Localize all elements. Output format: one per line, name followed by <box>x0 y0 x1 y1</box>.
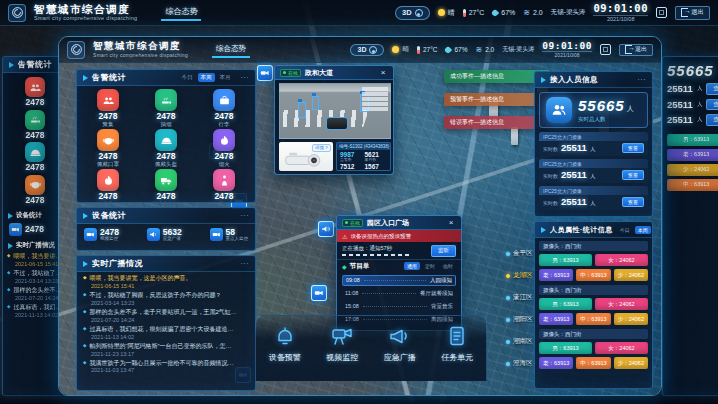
bg-region-row: 25511人 查看 <box>667 99 718 111</box>
view-button[interactable]: 查看 <box>706 83 718 95</box>
attr-tag: 中：63913 <box>667 179 718 191</box>
weather-temperature: 27°C <box>417 46 438 54</box>
alarm-tile[interactable]: 2478 佩戴头盔 <box>137 129 195 167</box>
panel-menu-icon[interactable]: ··· <box>241 212 250 219</box>
close-icon[interactable]: × <box>378 69 388 77</box>
alarm-tile[interactable]: 2478 抽烟 <box>137 89 195 127</box>
broadcast-item[interactable]: 喂喂，我当要讲宽，这是小区的声音。2021-06-15 15:41 <box>83 275 249 290</box>
gyro-icon <box>369 46 377 54</box>
broadcast-item[interactable]: 不过，我站稳了脚跟，反思这孩子办不办的问题？ 2021-03-14 13:23 <box>7 270 63 285</box>
broadcast-item[interactable]: 帕列斯特里的“阿尼玛格斯”一台自己变形的乐队，怎…2021-11-23 13:1… <box>83 343 249 358</box>
video-feed[interactable] <box>279 83 391 139</box>
device-stat-broadcast[interactable]: 5632应急广播 <box>147 228 182 242</box>
camera-device-card: 详情 > <box>279 142 333 171</box>
listen-button[interactable]: 监听 <box>431 245 456 257</box>
camera-name: 摄像头：西门街 <box>539 329 648 339</box>
broadcast-item[interactable]: 不过，我站稳了脚跟，反思这孩子办不办的问题？2021-03-14 13:23 <box>83 292 249 307</box>
total-people-count: 55665 <box>578 97 625 114</box>
attr-group: 摄像头：西门街 男：63913 女：24062 老：63913 中：63913 … <box>539 241 648 281</box>
district-item[interactable]: 潮阳区 <box>506 315 533 324</box>
fullscreen-button[interactable] <box>656 7 667 18</box>
alarm-count: 2478 <box>99 152 118 161</box>
alarm-tile[interactable]: 2478 火灾 <box>79 169 137 203</box>
broadcast-item[interactable]: 过真标语，我幻想花，很刻就骗了思密个大设备建造… 2021-11-13 14:0… <box>7 304 63 319</box>
alarm-count: 2478 <box>26 196 45 205</box>
tab-week[interactable]: 本周 <box>198 73 215 82</box>
program-tab-temp[interactable]: 临时 <box>440 262 456 270</box>
broadcast-item[interactable]: 那样的念头差不多，老子只要站班儿一运，王黑2气缸… 2021-07-20 14:… <box>7 287 63 302</box>
user-location: 无锡-梁头涛 <box>551 8 586 17</box>
schedule-row[interactable]: 11:08餐厅就餐须知 <box>342 288 456 299</box>
map-toolbar: 设备预警 视频监控 应急广播 任务单元 <box>255 315 487 381</box>
tab-today[interactable]: 今日 <box>617 226 633 234</box>
view-button[interactable]: 查看 <box>622 143 644 153</box>
play-progress-bar[interactable] <box>342 254 412 256</box>
bg-topbar: 智慧城市综合调度 Smart city comprehensive dispat… <box>0 0 718 26</box>
program-tab-general[interactable]: 通用 <box>404 262 420 270</box>
tab-week[interactable]: 本周 <box>635 226 651 234</box>
toolbar-emergency-broadcast[interactable]: 应急广播 <box>384 324 416 363</box>
bg-total-people: 55665 <box>667 63 714 78</box>
view-button[interactable]: 查看 <box>706 99 718 111</box>
attr-tag: 老：63913 <box>539 313 573 325</box>
view-button[interactable]: 查看 <box>622 197 644 207</box>
crosswalk <box>279 110 369 127</box>
tab-month[interactable]: 本月 <box>217 73 234 82</box>
broadcast-item[interactable]: 那样的念头差不多，老子只要站班儿一运，王黑2气缸…2021-07-20 14:2… <box>83 309 249 324</box>
mode-3d-toggle[interactable]: 3D <box>350 44 384 56</box>
program-tab-timed[interactable]: 定时 <box>422 262 438 270</box>
alarm-count: 2478 <box>157 152 176 161</box>
district-item-active[interactable]: 龙湖区 <box>506 271 533 280</box>
alarm-label: 佩戴头盔 <box>155 162 177 168</box>
exit-button[interactable]: 退出 <box>619 44 653 56</box>
camera-marker[interactable] <box>257 65 273 81</box>
alarm-tile[interactable]: 2478 <box>25 175 45 205</box>
camera-marker[interactable] <box>311 285 327 301</box>
view-button[interactable]: 查看 <box>622 170 644 180</box>
alarm-tile[interactable]: 2478 佩戴口罩 <box>79 129 137 167</box>
device-panel-title: 设备统计 <box>92 210 126 221</box>
megaphone-icon <box>388 324 412 348</box>
schedule-row[interactable]: 09:08入园须知 <box>342 275 456 286</box>
panel-menu-icon[interactable]: ··· <box>638 76 647 83</box>
toolbar-device-alert[interactable]: 设备预警 <box>269 324 301 363</box>
alarm-tile[interactable]: 2478 渣土车识别 <box>137 169 195 203</box>
alarm-tile[interactable]: 2478 行李 <box>195 89 253 127</box>
cctv-icon <box>210 228 223 241</box>
alarm-tile[interactable]: 2478 <box>25 142 45 172</box>
district-item[interactable]: 金平区 <box>506 249 533 258</box>
alarm-tile[interactable]: 2478 烟火 <box>195 129 253 167</box>
tab-today[interactable]: 今日 <box>179 73 196 82</box>
district-item[interactable]: 澄海区 <box>506 359 533 368</box>
device-stat-keyperson[interactable]: 58重点人监控 <box>210 228 249 242</box>
device-stat-video[interactable]: 2478视频监控 <box>84 228 119 242</box>
region-name: IPC25北大门摄像 <box>539 132 648 141</box>
broadcast-item[interactable]: 喂喂，我当要讲宽，这是小区的声音。 2021-06-15 15:41 <box>7 253 63 268</box>
toolbar-video-monitor[interactable]: 视频监控 <box>326 324 358 363</box>
device-stat: 2478 <box>9 223 44 236</box>
tab-overview[interactable]: 综合态势 <box>161 4 201 21</box>
district-item[interactable]: 濠江区 <box>506 293 533 302</box>
schedule-row[interactable]: 15:08背景音乐 <box>342 301 456 312</box>
alarm-tile[interactable]: 2478 人员越界识别 <box>195 169 253 203</box>
exit-button[interactable]: 退出 <box>675 6 710 20</box>
speaker-marker[interactable] <box>318 221 334 237</box>
camera-stats-card: 编号-S1302 (434343838) 9987告警数 5621事件数 751… <box>336 142 391 171</box>
broadcast-item[interactable]: 我满世孩子为一颗心且展示一批给不可靠的音频情况…2021-11-03 13:47 <box>83 360 249 375</box>
view-button[interactable]: 查看 <box>706 114 718 126</box>
broadcast-item[interactable]: 过真标语，我幻想花，很刻就骗了思密个大设备建造…2021-11-13 14:02 <box>83 326 249 341</box>
fullscreen-button[interactable] <box>600 44 611 55</box>
panel-menu-icon[interactable]: ··· <box>241 74 250 81</box>
close-icon[interactable]: × <box>446 219 456 227</box>
helmet-icon <box>25 142 45 162</box>
alarm-tile[interactable]: 2478 <box>25 110 45 140</box>
tab-overview[interactable]: 综合态势 <box>212 42 250 58</box>
mode-3d-toggle[interactable]: 3D <box>395 6 430 20</box>
toolbar-task-unit[interactable]: 任务单元 <box>441 324 473 363</box>
attr-tag: 老：63913 <box>539 357 573 369</box>
alarm-tile[interactable]: 2478 聚集 <box>79 89 137 127</box>
panel-menu-icon[interactable]: ··· <box>241 260 250 267</box>
district-item[interactable]: 潮南区 <box>506 337 533 346</box>
alarm-tile[interactable]: 2478 <box>25 77 45 107</box>
detection-box <box>298 102 306 118</box>
